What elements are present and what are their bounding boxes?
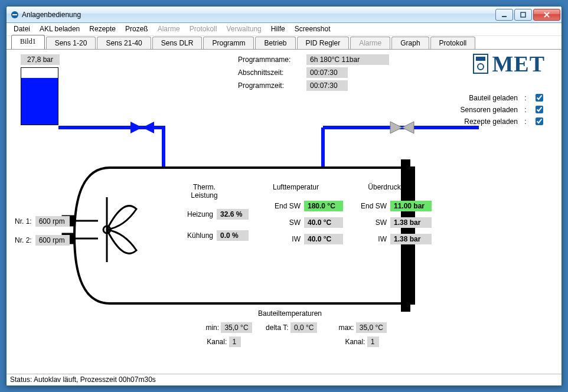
luft-sw-label: SW <box>270 218 301 227</box>
program-info: Programmname: 6h 180°C 11bar Abschnittsz… <box>238 54 389 93</box>
abschnittszeit-label: Abschnittszeit: <box>238 68 303 77</box>
tab-graph[interactable]: Graph <box>391 37 429 50</box>
tab-alarme[interactable]: Alarme <box>350 37 390 50</box>
minimize-button[interactable] <box>495 9 513 21</box>
druck-iw-label: IW <box>356 235 387 243</box>
kuehlung-value: 0.0 % <box>217 230 249 241</box>
rpm-box: Nr. 1:600 rpm Nr. 2:600 rpm <box>15 216 70 254</box>
heizung-value: 32.6 % <box>217 209 249 220</box>
svg-marker-12 <box>390 122 402 133</box>
abschnittszeit-value: 00:07:30 <box>306 67 348 78</box>
logo-text: MET <box>492 51 545 77</box>
tab-pid-regler[interactable]: PID Regler <box>297 37 350 50</box>
menu-prozess[interactable]: Prozeß <box>120 23 153 35</box>
therm-leistung-box: Therm.Leistung Heizung32.6 % Kühlung0.0 … <box>160 183 249 247</box>
bauteiltemperaturen-box: Bauteiltemperaturen min: 35,0 °C delta T… <box>148 309 432 351</box>
app-window: Anlagenbedienung Datei AKL beladen Rezep… <box>6 6 562 386</box>
tab-content: Programmname: 6h 180°C 11bar Abschnittsz… <box>6 49 562 374</box>
bauteil-kanal-max-value: 1 <box>367 337 379 347</box>
svg-rect-3 <box>521 12 525 17</box>
druck-iw-value: 1.38 bar <box>390 234 432 244</box>
ueberdruck-box: Überdruck End SW11.00 bar SW1.38 bar IW1… <box>337 183 432 250</box>
luft-iw-label: IW <box>270 235 301 243</box>
lufttemperatur-box: Lufttemperatur End SW180.0 °C SW40.0 °C … <box>249 183 343 250</box>
status-bar: Status: Autoklav läuft, Prozesszeit 00h0… <box>6 374 562 386</box>
lufttemperatur-head: Lufttemperatur <box>249 183 343 191</box>
menu-verwaltung[interactable]: Verwaltung <box>221 23 266 35</box>
rpm1-value: 600 rpm <box>35 216 70 227</box>
svg-marker-10 <box>130 122 142 133</box>
programmname-value: 6h 180°C 11bar <box>306 54 389 65</box>
tank-level-gauge <box>21 67 58 125</box>
svg-rect-1 <box>12 14 17 15</box>
bauteil-kanal-min-label: Kanal: <box>201 338 227 346</box>
tab-protokoll[interactable]: Protokoll <box>430 37 476 50</box>
druck-endsw-label: End SW <box>356 202 387 210</box>
tab-sens1-20[interactable]: Sens 1-20 <box>46 37 96 50</box>
luft-endsw-label: End SW <box>270 202 301 210</box>
tab-betrieb[interactable]: Betrieb <box>255 37 295 50</box>
sensoren-geladen-label: Sensoren geladen <box>461 106 518 114</box>
maximize-button[interactable] <box>514 9 532 21</box>
bauteil-max-value: 35,0 °C <box>356 322 387 333</box>
svg-marker-13 <box>402 122 414 133</box>
menu-rezepte[interactable]: Rezepte <box>84 23 120 35</box>
close-button[interactable] <box>533 9 560 21</box>
bauteil-min-value: 35,0 °C <box>221 322 252 333</box>
logo-icon <box>473 54 488 74</box>
tab-row: Bild1 Sens 1-20 Sens 21-40 Sens DLR Prog… <box>6 36 562 49</box>
tab-programm[interactable]: Programm <box>203 37 254 50</box>
tank-pressure-indicator: 27,8 bar <box>21 54 60 125</box>
programmzeit-label: Programmzeit: <box>238 81 303 90</box>
rpm1-label: Nr. 1: <box>15 217 32 226</box>
menu-protokoll[interactable]: Protokoll <box>185 23 222 35</box>
rpm2-label: Nr. 2: <box>15 236 32 244</box>
logo: MET <box>473 51 545 77</box>
druck-sw-label: SW <box>356 218 387 227</box>
bauteil-kanal-min-value: 1 <box>229 337 241 347</box>
bauteil-delta-label: delta T: <box>263 324 289 332</box>
window-title: Anlagenbedienung <box>22 11 495 19</box>
tab-sens-dlr[interactable]: Sens DLR <box>152 37 203 50</box>
menu-datei[interactable]: Datei <box>9 23 35 35</box>
svg-rect-7 <box>476 57 485 61</box>
bauteil-geladen-label: Bauteil geladen <box>469 94 518 102</box>
bauteil-max-label: max: <box>328 324 354 332</box>
tank-pressure-value: 27,8 bar <box>21 54 60 65</box>
bauteil-kanal-max-label: Kanal: <box>339 338 365 346</box>
title-bar: Anlagenbedienung <box>6 6 562 23</box>
kuehlung-label: Kühlung <box>182 231 213 240</box>
window-buttons <box>495 9 560 21</box>
bauteil-geladen-checkbox[interactable] <box>536 94 543 102</box>
bauteil-min-label: min: <box>193 324 219 332</box>
tank-level-fill <box>21 78 58 125</box>
valve-open-icon <box>130 122 154 133</box>
rpm2-value: 600 rpm <box>35 235 70 246</box>
menu-akl-beladen[interactable]: AKL beladen <box>35 23 84 35</box>
druck-sw-value: 1.38 bar <box>390 217 432 228</box>
ueberdruck-head: Überdruck <box>337 183 432 191</box>
heizung-label: Heizung <box>182 210 213 218</box>
app-icon <box>10 10 19 19</box>
menu-hilfe[interactable]: Hilfe <box>266 23 290 35</box>
svg-point-8 <box>478 64 484 70</box>
svg-marker-11 <box>142 122 154 133</box>
therm-head: Therm.Leistung <box>160 183 249 200</box>
tab-sens21-40[interactable]: Sens 21-40 <box>97 37 151 50</box>
bauteil-delta-value: 0,0 °C <box>290 322 317 333</box>
sensoren-geladen-checkbox[interactable] <box>536 106 543 113</box>
menu-screenshot[interactable]: Screenshot <box>290 23 335 35</box>
menu-alarme[interactable]: Alarme <box>153 23 185 35</box>
app-body: Bild1 Sens 1-20 Sens 21-40 Sens DLR Prog… <box>6 36 562 374</box>
tab-bild1[interactable]: Bild1 <box>11 35 45 49</box>
valve-closed-icon <box>390 122 414 133</box>
programmzeit-value: 00:07:30 <box>306 80 348 91</box>
menu-bar: Datei AKL beladen Rezepte Prozeß Alarme … <box>6 23 562 36</box>
bauteil-head: Bauteiltemperaturen <box>148 309 432 318</box>
status-text: Status: Autoklav läuft, Prozesszeit 00h0… <box>10 375 156 384</box>
druck-endsw-value: 11.00 bar <box>390 201 432 211</box>
programmname-label: Programmname: <box>238 55 303 64</box>
